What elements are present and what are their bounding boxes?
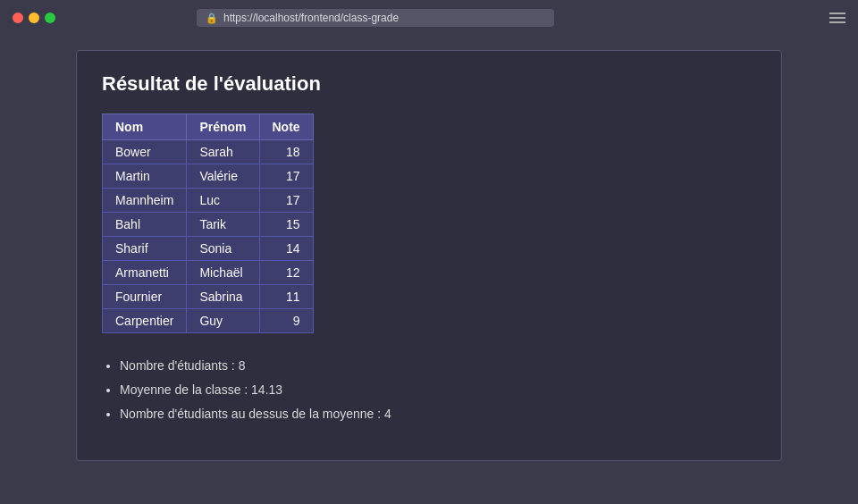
cell-prenom: Luc: [187, 189, 259, 213]
cell-nom: Mannheim: [103, 189, 187, 213]
cell-nom: Sharif: [103, 237, 187, 261]
page-title: Résultat de l'évaluation: [102, 72, 756, 96]
cell-prenom: Sarah: [187, 140, 259, 164]
url-text: https://localhost/frontend/class-grade: [223, 12, 399, 24]
browser-chrome: 🔒 https://localhost/frontend/class-grade: [0, 0, 858, 36]
cell-note: 17: [259, 164, 313, 189]
header-nom: Nom: [103, 114, 187, 140]
cell-prenom: Valérie: [187, 164, 259, 189]
close-button[interactable]: [13, 13, 23, 23]
cell-nom: Carpentier: [103, 309, 187, 333]
table-row: CarpentierGuy9: [103, 309, 314, 333]
page-content: Résultat de l'évaluation Nom Prénom Note…: [0, 36, 858, 500]
cell-nom: Fournier: [103, 285, 187, 309]
cell-note: 14: [259, 237, 313, 261]
cell-note: 15: [259, 213, 313, 237]
stat-item: Nombre d'étudiants : 8: [120, 355, 756, 377]
stat-item: Moyenne de la classe : 14.13: [120, 379, 756, 401]
table-row: ArmanettiMichaël12: [103, 261, 314, 285]
results-card: Résultat de l'évaluation Nom Prénom Note…: [76, 50, 782, 461]
grade-table: Nom Prénom Note BowerSarah18MartinValéri…: [102, 113, 314, 333]
cell-note: 9: [259, 309, 313, 333]
table-row: BahlTarik15: [103, 213, 314, 237]
maximize-button[interactable]: [45, 13, 55, 23]
address-bar[interactable]: 🔒 https://localhost/frontend/class-grade: [197, 9, 554, 27]
cell-nom: Armanetti: [103, 261, 187, 285]
table-row: FournierSabrina11: [103, 285, 314, 309]
cell-prenom: Sabrina: [187, 285, 259, 309]
minimize-button[interactable]: [29, 13, 39, 23]
header-prenom: Prénom: [187, 114, 259, 140]
cell-note: 18: [259, 140, 313, 164]
table-row: MannheimLuc17: [103, 189, 314, 213]
stat-item: Nombre d'étudiants au dessus de la moyen…: [120, 403, 756, 425]
table-row: BowerSarah18: [103, 140, 314, 164]
cell-prenom: Guy: [187, 309, 259, 333]
cell-nom: Martin: [103, 164, 187, 189]
stats-list: Nombre d'étudiants : 8Moyenne de la clas…: [102, 355, 756, 426]
lock-icon: 🔒: [206, 13, 218, 24]
table-header-row: Nom Prénom Note: [103, 114, 314, 140]
traffic-lights: [13, 13, 55, 23]
cell-note: 17: [259, 189, 313, 213]
cell-note: 11: [259, 285, 313, 309]
cell-nom: Bower: [103, 140, 187, 164]
cell-prenom: Tarik: [187, 213, 259, 237]
table-row: MartinValérie17: [103, 164, 314, 189]
cell-note: 12: [259, 261, 313, 285]
title-bar: 🔒 https://localhost/frontend/class-grade: [0, 0, 858, 36]
menu-button[interactable]: [829, 13, 845, 23]
cell-nom: Bahl: [103, 213, 187, 237]
cell-prenom: Sonia: [187, 237, 259, 261]
cell-prenom: Michaël: [187, 261, 259, 285]
header-note: Note: [259, 114, 313, 140]
table-row: SharifSonia14: [103, 237, 314, 261]
